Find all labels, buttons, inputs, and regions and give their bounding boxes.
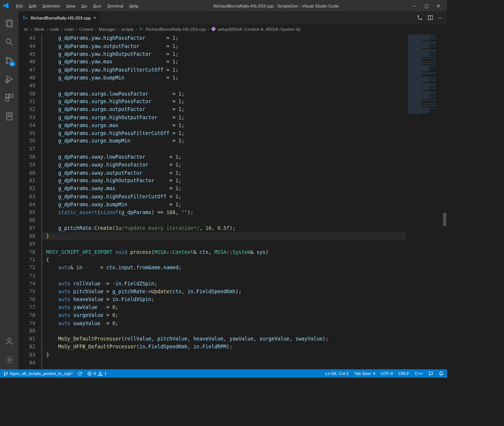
status-bar: fspm_all_scripts_ported_to_cpp* 0 1 Ln 6… [0,369,447,378]
cpp-file-icon: C+ [139,27,144,31]
menu-go[interactable]: Go [79,2,90,9]
settings-gear-icon[interactable] [0,351,19,369]
svg-point-2 [6,39,11,43]
menu-run[interactable]: Run [90,2,104,9]
source-control-icon[interactable]: 10 [0,51,19,70]
chevron-right-icon: › [31,27,32,32]
breadcrumb-item[interactable]: code [50,27,59,32]
svg-point-30 [100,375,100,375]
activity-bar: 10 [0,11,19,369]
extensions-icon[interactable] [0,88,19,107]
svg-point-17 [418,15,419,16]
status-language[interactable]: C++ [415,371,423,376]
svg-marker-7 [7,76,12,82]
svg-point-23 [4,372,5,373]
menu-terminal[interactable]: Terminal [105,2,126,9]
status-feedback-icon[interactable] [428,371,433,376]
breadcrumb-item[interactable]: Work [34,27,44,32]
code-editor[interactable]: 4344454647484950515253545556575859606162… [19,33,447,369]
svg-rect-10 [10,94,13,97]
tabs-bar: C+ RichardBurnsRally-HS-203.cpp × ⋯ [19,11,447,24]
svg-rect-11 [6,98,9,101]
vertical-scrollbar[interactable] [442,33,447,369]
chevron-right-icon: › [118,27,119,32]
svg-text:C+: C+ [140,27,143,31]
status-eol[interactable]: CRLF [398,371,410,376]
status-branch[interactable]: fspm_all_scripts_ported_to_cpp* [3,371,73,376]
breadcrumb-item[interactable]: main [64,27,74,32]
svg-text:C+: C+ [23,16,27,20]
tab-label: RichardBurnsRally-HS-203.cpp [31,15,91,20]
status-bell-icon[interactable] [439,371,444,376]
breadcrumb-item[interactable]: scripts [121,27,134,32]
editor-area: C+ RichardBurnsRally-HS-203.cpp × ⋯ m:›W… [19,11,447,369]
vscode-logo-icon [3,2,9,9]
bookmark-icon[interactable] [0,107,19,126]
title-bar: File Edit Selection View Go Run Terminal… [0,0,447,11]
explorer-icon[interactable] [0,14,19,33]
split-editor-icon[interactable] [428,15,434,22]
breadcrumbs[interactable]: m:›Work›code›main›Control›Manager›script… [19,25,447,33]
close-button[interactable]: ✕ [435,2,442,9]
svg-point-13 [8,338,11,341]
svg-point-25 [6,372,8,373]
chevron-right-icon: › [95,27,97,32]
accounts-icon[interactable] [0,332,19,351]
chevron-right-icon: › [136,27,137,32]
scm-badge: 10 [9,61,15,66]
menu-selection[interactable]: Selection [40,2,63,9]
breadcrumb-item[interactable]: Control [79,27,93,32]
status-ln-col[interactable]: Ln 68, Col 2 [326,371,349,376]
breadcrumb-item[interactable]: m: [24,27,29,32]
menu-view[interactable]: View [63,2,78,9]
compare-changes-icon[interactable] [417,15,423,22]
svg-line-3 [10,43,13,45]
status-problems[interactable]: 0 1 [87,371,107,376]
chevron-right-icon: › [208,27,209,32]
code-content[interactable]: g_dpParams.yaw.highPassFactor·······= 1;… [42,33,406,369]
chevron-right-icon: › [46,27,48,32]
cpp-file-icon: C+ [22,15,28,21]
svg-point-24 [4,374,5,375]
menu-file[interactable]: File [13,2,26,9]
chevron-right-icon: › [76,27,77,32]
svg-point-18 [421,18,422,20]
line-gutter: 4344454647484950515253545556575859606162… [19,33,41,369]
tab-active[interactable]: C+ RichardBurnsRally-HS-203.cpp × [19,11,100,24]
status-encoding[interactable]: UTF-8 [381,371,393,376]
chevron-right-icon: › [61,27,63,32]
tab-close-icon[interactable]: × [93,15,96,21]
svg-rect-9 [6,94,9,97]
menu-help[interactable]: Help [127,2,141,9]
menu-edit[interactable]: Edit [26,2,39,9]
svg-rect-22 [211,27,216,31]
maximize-button[interactable]: ▢ [423,2,430,9]
window-title: RichardBurnsRally-HS-203.cpp - ScriptsDe… [141,3,411,8]
breadcrumb-item[interactable]: Manager [99,27,116,32]
menu-bar: File Edit Selection View Go Run Terminal… [13,2,141,9]
svg-point-4 [6,57,8,59]
svg-point-14 [8,359,10,361]
search-icon[interactable] [0,33,19,51]
status-sync[interactable] [77,371,82,376]
minimize-button[interactable]: ─ [411,2,418,9]
run-debug-icon[interactable] [0,70,19,88]
breadcrumb-item[interactable]: setup(MSSA::Context &, MSSA::System &) [211,27,300,32]
more-actions-icon[interactable]: ⋯ [438,15,442,20]
svg-point-5 [6,62,8,64]
method-icon [211,27,216,31]
breadcrumb-item[interactable]: C+RichardBurnsRally-HS-203.cpp [139,27,206,32]
scroll-thumb[interactable] [443,213,446,226]
minimap[interactable] [406,33,442,369]
status-tab-size[interactable]: Tab Size: 4 [354,371,375,376]
